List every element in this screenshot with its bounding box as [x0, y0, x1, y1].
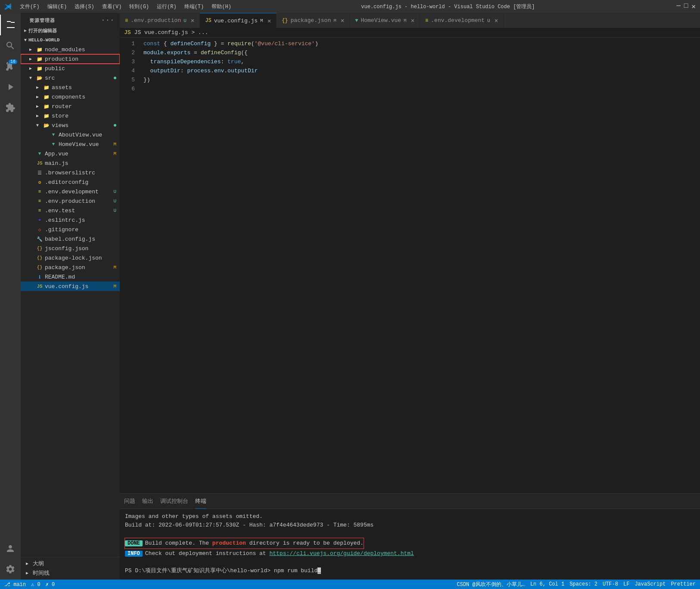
tree-item-router[interactable]: ▶ 📁 router [21, 102, 120, 111]
tree-item-views[interactable]: ▼ 📂 views [21, 121, 120, 130]
section-hello-world[interactable]: ▼ HELLO-WORLD [21, 35, 120, 45]
panel-tab-debug-console[interactable]: 调试控制台 [160, 494, 188, 509]
views-modified-dot [114, 124, 116, 127]
tree-item-gitignore[interactable]: ▶ ◇ .gitignore [21, 225, 120, 234]
tree-item-node-modules[interactable]: ▶ 📁 node_modules [21, 45, 120, 54]
activity-search[interactable] [0, 35, 21, 56]
activity-run-debug[interactable] [0, 77, 21, 97]
tree-item-babel-config[interactable]: ▶ 🔧 babel.config.js [21, 234, 120, 244]
tree-item-mainjs[interactable]: ▶ JS main.js [21, 158, 120, 168]
vue-config-close-button[interactable]: ✕ [268, 17, 271, 25]
tree-item-vue-config[interactable]: ▶ JS vue.config.js M [21, 282, 120, 291]
status-formatter[interactable]: Prettier [671, 581, 696, 587]
tab-env-production[interactable]: ≡ .env.production U ✕ [120, 13, 200, 28]
md-icon: ℹ [36, 273, 43, 280]
assets-label: assets [52, 84, 120, 91]
tree-item-package[interactable]: ▶ {} package.json M [21, 263, 120, 272]
panel-tab-problems[interactable]: 问题 [124, 494, 135, 509]
env-test-badge: U [113, 208, 116, 213]
env-dev-close-button[interactable]: ✕ [495, 17, 498, 24]
timeline-item[interactable]: ▶ 时间线 [21, 568, 120, 578]
homeview-tab-badge: M [404, 18, 407, 23]
tab-package-json[interactable]: {} package.json M ✕ [277, 13, 350, 28]
menu-help[interactable]: 帮助(H) [208, 2, 235, 11]
tree-item-production[interactable]: ▶ 📁 production [21, 54, 120, 64]
env-prod-badge: U [113, 198, 116, 204]
code-editor[interactable]: 1 2 3 4 5 6 const { defineConfig } = req… [120, 37, 700, 493]
babel-icon: 🔧 [36, 236, 43, 242]
sidebar-header: 资源管理器 ··· [21, 13, 120, 26]
tree-item-readme[interactable]: ▶ ℹ README.md [21, 272, 120, 282]
status-branch[interactable]: ⎇ main [4, 581, 26, 588]
menu-view[interactable]: 查看(V) [99, 2, 125, 11]
tab-homeview[interactable]: ▼ HomeView.vue M ✕ [350, 13, 420, 28]
section-open-editors[interactable]: ▶ 打开的编辑器 [21, 26, 120, 35]
menu-file[interactable]: 文件(F) [16, 2, 43, 11]
status-eol[interactable]: LF [623, 581, 629, 587]
menu-select[interactable]: 选择(S) [71, 2, 98, 11]
tree-item-public[interactable]: ▶ 📁 public [21, 64, 120, 73]
status-encoding[interactable]: UTF-8 [603, 581, 618, 587]
sidebar-content[interactable]: ▶ 打开的编辑器 ▼ HELLO-WORLD ▶ 📁 node_modules … [21, 26, 120, 557]
tree-item-package-lock[interactable]: ▶ {} package-lock.json [21, 253, 120, 263]
activity-extensions[interactable] [0, 97, 21, 118]
menu-edit[interactable]: 编辑(E) [44, 2, 71, 11]
production-arrow: ▶ [29, 56, 36, 62]
breadcrumb: JS JS vue.config.js > ... [120, 28, 700, 37]
env-dev-tab-icon: ≡ [425, 18, 428, 24]
status-spaces[interactable]: Spaces: 2 [569, 581, 597, 587]
close-button[interactable]: ✕ [691, 2, 696, 11]
activity-settings[interactable] [0, 559, 21, 580]
activity-source-control[interactable]: 16 [0, 56, 21, 77]
tree-item-appvue[interactable]: ▶ ▼ App.vue M [21, 149, 120, 158]
menu-run[interactable]: 运行(R) [153, 2, 180, 11]
tree-item-eslintrc[interactable]: ▶ ● .eslintrc.js [21, 215, 120, 225]
terminal-info-text: Check out deployment instructions at [145, 550, 270, 557]
env-prod-close-button[interactable]: ✕ [191, 17, 194, 24]
tree-item-env-production[interactable]: ▶ ≡ .env.production U [21, 196, 120, 206]
activity-account[interactable] [0, 538, 21, 559]
tree-item-store[interactable]: ▶ 📁 store [21, 111, 120, 121]
status-ln-col[interactable]: Ln 6, Col 1 [530, 581, 564, 587]
code-content[interactable]: const { defineConfig } = require('@vue/c… [139, 37, 700, 493]
status-language[interactable]: JavaScript [635, 581, 666, 587]
panel-tab-output[interactable]: 输出 [142, 494, 153, 509]
tree-item-browserslistrc[interactable]: ▶ ☰ .browserslistrc [21, 168, 120, 177]
tab-vue-config[interactable]: JS vue.config.js M ✕ [200, 13, 277, 28]
menu-goto[interactable]: 转到(G) [126, 2, 152, 11]
tree-item-aboutview[interactable]: ▶ ▼ AboutView.vue [21, 130, 120, 140]
tree-item-src[interactable]: ▼ 📂 src [21, 73, 120, 83]
menu-terminal[interactable]: 终端(T) [181, 2, 208, 11]
tree-item-editorconfig[interactable]: ▶ ⚙ .editorconfig [21, 177, 120, 187]
sidebar-more-icon[interactable]: ··· [101, 16, 115, 24]
terminal-prompt: PS D:\项目文件\重庆气矿知识共享中心\hello-world> npm r… [125, 567, 695, 575]
status-warnings[interactable]: ⚠ 0 [31, 581, 40, 588]
minimize-button[interactable]: ─ [676, 2, 681, 11]
tree-item-env-test[interactable]: ▶ ≡ .env.test U [21, 206, 120, 215]
status-errors[interactable]: ✗ 0 [46, 581, 55, 588]
tab-env-development[interactable]: ≡ .env.development U ✕ [420, 13, 504, 28]
tree-item-assets[interactable]: ▶ 📁 assets [21, 83, 120, 92]
terminal-deployment-link[interactable]: https://cli.vuejs.org/guide/deployment.h… [269, 550, 414, 557]
tree-item-jsconfig[interactable]: ▶ {} jsconfig.json [21, 244, 120, 253]
svg-marker-1 [7, 3, 11, 10]
editorconfig-icon: ⚙ [36, 179, 43, 186]
outline-item[interactable]: ▶ 大纲 [21, 559, 120, 568]
account-icon [5, 543, 16, 554]
open-editors-label: 打开的编辑器 [28, 28, 57, 34]
tree-item-env-development[interactable]: ▶ ≡ .env.development U [21, 187, 120, 196]
terminal-line-3 [125, 530, 695, 538]
activity-explorer[interactable] [0, 15, 21, 35]
homeview-close-button[interactable]: ✕ [411, 17, 414, 24]
json-tab-icon: {} [282, 18, 288, 24]
tree-item-homeview[interactable]: ▶ ▼ HomeView.vue M [21, 140, 120, 149]
panel-tab-terminal[interactable]: 终端 [195, 494, 206, 509]
env-icon: ≡ [36, 188, 43, 195]
env-test-label: .env.test [45, 208, 113, 214]
main-layout: 16 资源管理器 [0, 13, 700, 580]
editorconfig-label: .editorconfig [45, 179, 120, 186]
maximize-button[interactable]: □ [684, 2, 688, 11]
package-close-button[interactable]: ✕ [341, 17, 344, 24]
tree-item-components[interactable]: ▶ 📁 components [21, 92, 120, 102]
readme-label: README.md [45, 274, 120, 280]
